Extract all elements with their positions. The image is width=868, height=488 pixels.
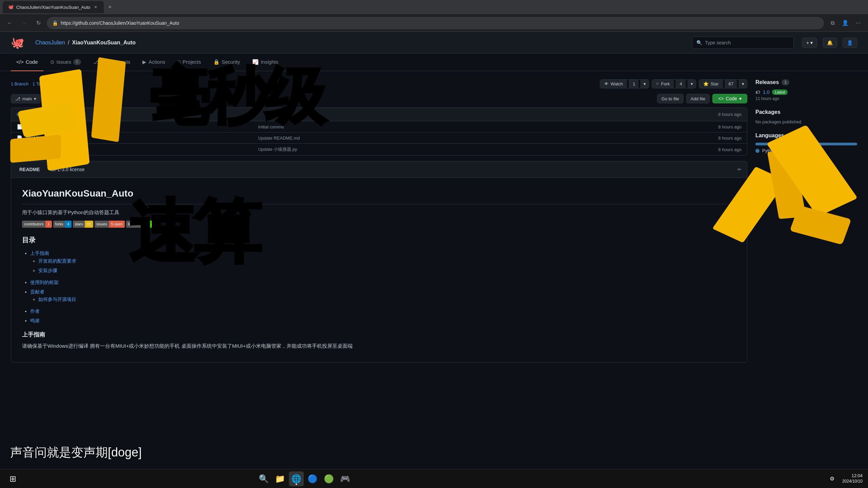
readme-tab[interactable]: README	[17, 165, 43, 174]
code-icon: </>	[16, 59, 24, 65]
taskbar-files[interactable]: 📁	[273, 471, 288, 486]
badge-forks: forks4	[53, 221, 72, 228]
nav-label-projects: Projects	[183, 59, 201, 65]
fork-dropdown[interactable]: ▾	[688, 80, 696, 88]
file-name-license[interactable]: LICENSE	[26, 124, 254, 129]
badges: contributors1 forks4 stars81 issues5 ope…	[22, 221, 736, 228]
taskbar-app-5[interactable]: 🟢	[321, 471, 336, 486]
nav-label-code: Code	[26, 59, 38, 65]
nav-item-insights[interactable]: 📈 Insights	[247, 54, 284, 71]
nav-item-projects[interactable]: □ Projects	[172, 54, 206, 71]
watch-main[interactable]: 👁 Watch	[600, 80, 627, 88]
search-bar[interactable]: 🔍 Type search	[692, 37, 794, 49]
nav-item-issues[interactable]: ⊙ Issues 5	[45, 54, 86, 71]
taskbar: ⊞ 🔍 📁 🌐 🔵 🟢 🎮 ⚙ 12:04 2024/10/10	[0, 469, 868, 488]
release-tag[interactable]: 1.0	[763, 89, 769, 95]
branch-label: main	[22, 96, 32, 101]
refresh-button[interactable]: ↻	[33, 17, 44, 29]
more-button[interactable]: ⋯	[852, 17, 864, 29]
breadcrumb-user-link[interactable]: ChaosJulien	[35, 40, 65, 46]
toc-link-1[interactable]: 上手指南	[30, 250, 49, 256]
close-tab-button[interactable]: ✕	[93, 4, 98, 10]
toc-link-1-1[interactable]: 开发前的配置要求	[38, 258, 76, 264]
create-button[interactable]: + ▾	[802, 38, 817, 48]
star-dropdown[interactable]: ▾	[739, 80, 747, 88]
fork-button[interactable]: ⑂ Fork 4 ▾	[652, 79, 696, 88]
commits-link[interactable]: 3 commits	[43, 96, 63, 101]
badge-issues: issues5 open	[95, 221, 125, 228]
license-tab[interactable]: GPL-3.0 license	[48, 165, 87, 174]
taskbar-browser-active[interactable]: 🌐	[289, 471, 304, 486]
branch-dropdown-icon: ▾	[34, 96, 36, 101]
go-to-file-button[interactable]: Go to file	[657, 94, 684, 103]
taskbar-settings[interactable]: ⚙	[825, 471, 840, 486]
edit-readme-button[interactable]: ✏	[737, 167, 742, 172]
pr-icon: ⎇	[93, 59, 99, 65]
branch-count[interactable]: 1 Branch	[11, 81, 28, 86]
github-logo-icon: 🐙	[11, 36, 24, 49]
watch-dropdown[interactable]: ▾	[640, 80, 649, 88]
nav-label-insights: Insights	[261, 59, 278, 65]
taskbar-app-4[interactable]: 🔵	[305, 471, 320, 486]
releases-title: Releases 1	[755, 79, 857, 85]
star-main[interactable]: ⭐ Star	[699, 80, 723, 88]
branch-selector[interactable]: ⎇ main ▾	[11, 94, 41, 103]
breadcrumb-separator: /	[68, 40, 69, 46]
file-icon: 📄	[17, 135, 22, 141]
header-actions: + ▾ 🔔 👤	[802, 38, 857, 48]
fork-icon: ⑂	[656, 81, 659, 86]
projects-icon: □	[178, 59, 181, 65]
file-row: 📄 README.md Update README.md 8 hours ago	[11, 133, 747, 144]
back-button[interactable]: ←	[4, 17, 16, 29]
start-button[interactable]: ⊞	[5, 471, 20, 486]
file-name-script[interactable]: 小猿搜题.py	[26, 146, 254, 152]
toc-link-3-1[interactable]: 如何参与开源项目	[38, 297, 76, 302]
fork-count[interactable]: 4	[676, 80, 685, 88]
toc-link-4[interactable]: 作者	[30, 308, 40, 314]
star-count[interactable]: 87	[725, 80, 737, 88]
time-display: 12:04	[842, 473, 863, 479]
address-bar[interactable]: 🔒 https://github.com/ChaosJulien/XiaoYua…	[47, 17, 824, 29]
python-label: Python	[762, 148, 776, 153]
commit-author: ChaosJulien	[17, 112, 41, 117]
toc-link-5[interactable]: 鸣谢	[30, 318, 40, 323]
tag-count[interactable]: 1 Tag	[33, 81, 43, 86]
fork-label: Fork	[661, 81, 670, 86]
github-header: 🐙 ChaosJulien / XiaoYuanKouSuan_Auto 🔍 T…	[0, 32, 868, 54]
badge-contributors: contributors1	[22, 221, 52, 228]
eye-icon: 👁	[604, 81, 609, 86]
new-tab-button[interactable]: +	[105, 2, 115, 12]
taskbar-app-6[interactable]: 🎮	[338, 471, 353, 486]
nav-item-pull-requests[interactable]: ⎇ Pull requests	[88, 54, 136, 71]
active-tab[interactable]: 🐙 ChaosJulien/XiaoYuanKouSuan_Auto ✕	[3, 1, 104, 13]
forward-button[interactable]: →	[18, 17, 30, 29]
toc-link-3[interactable]: 贡献者	[30, 289, 44, 294]
file-name-readme[interactable]: README.md	[26, 135, 254, 141]
toc-link-1-2[interactable]: 安装步骤	[38, 268, 57, 273]
language-item-python: Python 100.0%	[755, 148, 857, 153]
nav-item-security[interactable]: 🔒 Security	[208, 54, 245, 71]
packages-label: Packages	[755, 109, 781, 115]
profile-button[interactable]: 👤	[840, 17, 851, 29]
watch-button[interactable]: 👁 Watch 1 ▾	[600, 79, 649, 88]
python-color-dot	[755, 149, 760, 153]
latest-badge: Latest	[772, 89, 788, 95]
toc-link-2[interactable]: 使用到的框架	[30, 280, 59, 285]
add-file-button[interactable]: Add file	[686, 94, 710, 103]
nav-item-code[interactable]: </> Code	[11, 54, 43, 71]
code-meta: 3 commits	[43, 96, 63, 101]
nav-item-actions[interactable]: ▶ Actions	[137, 54, 171, 71]
code-button[interactable]: <> Code ▾	[712, 94, 747, 103]
readme-section: README GPL-3.0 license ✏ XiaoYuanKouSuan…	[11, 161, 747, 363]
extensions-button[interactable]: ⧉	[827, 17, 838, 29]
taskbar-search[interactable]: 🔍	[256, 471, 271, 486]
tab-bar: 🐙 ChaosJulien/XiaoYuanKouSuan_Auto ✕ +	[0, 0, 868, 14]
notifications-button[interactable]: 🔔	[823, 38, 837, 48]
repo-nav: </> Code ⊙ Issues 5 ⎇ Pull requests ▶ Ac…	[0, 54, 868, 71]
star-button[interactable]: ⭐ Star 87 ▾	[699, 79, 747, 88]
avatar[interactable]: 👤	[843, 38, 857, 48]
fork-main[interactable]: ⑂ Fork	[652, 80, 674, 88]
watch-count[interactable]: 1	[629, 80, 638, 88]
file-commit-script: Update 小猿搜题.py	[258, 146, 714, 152]
breadcrumb-repo-link[interactable]: XiaoYuanKouSuan_Auto	[72, 40, 136, 46]
